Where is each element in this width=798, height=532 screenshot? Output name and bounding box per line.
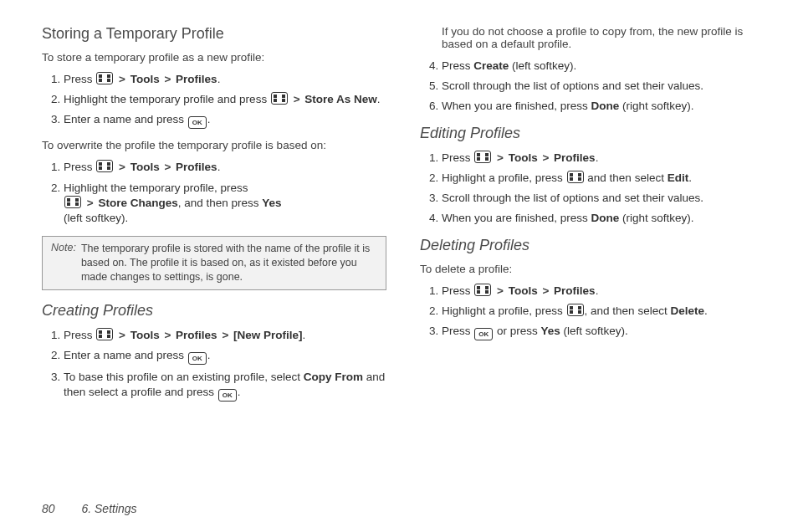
list-item: To base this profile on an existing prof… <box>64 370 386 402</box>
chapter-title: 6. Settings <box>81 502 136 515</box>
step-text: When you are finished, press <box>442 212 591 224</box>
softkey-label: Yes <box>541 325 560 337</box>
list-item: Scroll through the list of options and s… <box>442 79 765 94</box>
softkey-label: Done <box>591 100 620 112</box>
separator-icon: > <box>162 73 172 85</box>
step-text: Enter a name and press <box>64 349 187 361</box>
separator-icon: > <box>495 284 505 297</box>
step-text: Press <box>64 161 95 173</box>
menu-path-item: Tools <box>130 73 160 85</box>
list-item: Highlight a profile, press and then sele… <box>442 171 765 186</box>
steps-creating-continued: Press Create (left softkey). Scroll thro… <box>420 59 765 115</box>
step-text: Press <box>442 151 473 164</box>
list-item: Highlight the temporary profile, press >… <box>64 181 386 227</box>
ok-icon: OK <box>188 352 207 365</box>
separator-icon: > <box>85 197 95 209</box>
step-text: Highlight the temporary profile, press <box>64 182 248 194</box>
list-item: Highlight the temporary profile and pres… <box>64 92 386 107</box>
page-footer: 80 6. Settings <box>42 502 137 515</box>
step-text: . <box>238 386 241 398</box>
separator-icon: > <box>292 93 302 105</box>
ok-icon: OK <box>474 328 493 340</box>
step-text: and then select <box>585 171 668 184</box>
steps-creating: Press > Tools > Profiles > [New Profile]… <box>42 328 386 402</box>
steps-overwrite: Press > Tools > Profiles. Highlight the … <box>42 160 386 226</box>
step-text: (right softkey). <box>619 100 693 112</box>
list-item: Press > Tools > Profiles. <box>442 151 765 166</box>
steps-editing: Press > Tools > Profiles. Highlight a pr… <box>420 151 765 227</box>
menu-path-item: Profiles <box>176 161 217 173</box>
menu-path-item: Tools <box>509 151 538 164</box>
ok-icon: OK <box>218 389 237 402</box>
list-item: Enter a name and press OK. <box>64 348 386 365</box>
menu-icon <box>64 196 81 208</box>
menu-icon <box>474 151 491 163</box>
menu-icon <box>96 328 113 340</box>
list-item: Press > Tools > Profiles > [New Profile]… <box>64 328 386 343</box>
right-column: If you do not choose a profile to copy f… <box>420 25 765 477</box>
step-text: (left softkey). <box>64 212 128 224</box>
separator-icon: > <box>220 329 230 341</box>
menu-path-item: Yes <box>262 197 281 209</box>
page-body: Storing a Temporary Profile To store a t… <box>0 0 798 477</box>
note-label: Note: <box>51 242 76 284</box>
step-text: . <box>377 93 381 105</box>
left-column: Storing a Temporary Profile To store a t… <box>42 25 386 477</box>
list-item: Enter a name and press OK. <box>64 112 386 129</box>
separator-icon: > <box>117 329 127 341</box>
menu-path-item: Tools <box>130 329 160 341</box>
list-item: Press Create (left softkey). <box>442 59 765 74</box>
step-text: (left softkey). <box>509 59 576 72</box>
step-text: . <box>303 329 306 341</box>
step-text: . <box>217 73 221 85</box>
step-text: . <box>596 151 599 164</box>
menu-path-item: Edit <box>668 171 689 184</box>
intro-deleting: To delete a profile: <box>420 263 765 275</box>
intro-storing: To store a temporary profile as a new pr… <box>42 51 386 64</box>
menu-icon <box>567 304 584 316</box>
menu-path-item: Copy From <box>304 371 363 383</box>
menu-icon <box>567 171 584 183</box>
step-text: . <box>596 284 599 297</box>
list-item: When you are finished, press Done (right… <box>442 99 765 114</box>
menu-path-item: Profiles <box>176 329 217 341</box>
heading-storing-temporary-profile: Storing a Temporary Profile <box>42 25 386 43</box>
steps-deleting: Press > Tools > Profiles. Highlight a pr… <box>420 284 765 340</box>
page-number: 80 <box>42 502 55 515</box>
menu-path-item: Delete <box>670 304 704 317</box>
step-text: Highlight a profile, press <box>442 171 566 184</box>
list-item: Press > Tools > Profiles. <box>64 72 386 87</box>
menu-path-item: Tools <box>130 161 160 173</box>
note-body: The temporary profile is stored with the… <box>81 242 377 284</box>
heading-deleting-profiles: Deleting Profiles <box>420 237 765 254</box>
separator-icon: > <box>540 284 550 297</box>
heading-editing-profiles: Editing Profiles <box>420 125 765 142</box>
step-text: (left softkey). <box>560 325 628 337</box>
list-item: Press > Tools > Profiles. <box>64 160 386 175</box>
heading-creating-profiles: Creating Profiles <box>42 302 386 320</box>
step-text: Enter a name and press <box>64 113 187 125</box>
list-item: Scroll through the list of options and s… <box>442 191 765 206</box>
menu-icon <box>96 72 113 84</box>
step-text: Press <box>64 73 95 85</box>
softkey-label: Create <box>473 59 509 72</box>
step-text: Highlight a profile, press <box>442 304 566 317</box>
step-text: . <box>207 349 211 361</box>
ok-icon: OK <box>188 116 207 129</box>
step-text: When you are finished, press <box>442 100 591 112</box>
step-text: To base this profile on an existing prof… <box>64 371 304 383</box>
menu-icon <box>96 160 113 172</box>
menu-path-item: Store As New <box>304 93 377 105</box>
steps-storing: Press > Tools > Profiles. Highlight the … <box>42 72 386 129</box>
menu-path-item: Profiles <box>554 284 596 297</box>
step-text: . <box>704 304 708 317</box>
list-item: Press OK or press Yes (left softkey). <box>442 324 765 340</box>
softkey-label: Done <box>591 212 620 224</box>
menu-icon <box>271 92 288 105</box>
note-box: Note: The temporary profile is stored wi… <box>42 236 386 290</box>
separator-icon: > <box>117 161 127 173</box>
list-item: Highlight a profile, press , and then se… <box>442 304 765 319</box>
step-text: Highlight the temporary profile and pres… <box>64 93 270 105</box>
menu-icon <box>474 284 491 296</box>
step-text: Press <box>442 284 473 297</box>
